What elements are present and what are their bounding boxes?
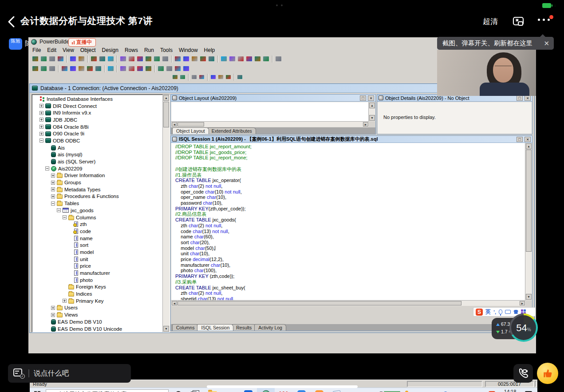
toolbar-icon-1[interactable] (32, 65, 39, 72)
taskbar-app-powerbuilder[interactable] (257, 388, 275, 392)
pip-icon[interactable] (512, 15, 525, 28)
ime-punctuation-icon[interactable]: ’, (493, 309, 496, 315)
toolbar-icon-14[interactable] (153, 55, 161, 62)
toolbar-icon-15[interactable] (162, 55, 169, 62)
tree-item-o90-oracle-9i[interactable]: O90 Oracle 9i (32, 130, 162, 137)
expand-icon[interactable] (39, 125, 43, 129)
collapse-icon[interactable] (57, 208, 61, 212)
taskbar-app-tencent-app[interactable] (292, 388, 310, 392)
toolbar-icon-13[interactable] (145, 55, 152, 62)
menu-run[interactable]: Run (141, 47, 157, 53)
tree-item-foreign-keys[interactable]: Foreign Keys (32, 284, 162, 291)
toolbar-icon-2[interactable] (40, 55, 47, 62)
tree-item-in9-informix-v9-x[interactable]: IN9 Informix v9.x (32, 109, 162, 116)
menu-object[interactable]: Object (77, 47, 99, 53)
ime-skin-icon[interactable] (513, 310, 518, 314)
collapse-icon[interactable] (51, 202, 55, 206)
toolbar-icon-4[interactable] (57, 55, 64, 62)
toolbar-icon-25[interactable] (254, 55, 261, 62)
tree-item-price[interactable]: price (32, 263, 162, 270)
close-icon[interactable] (525, 137, 531, 142)
menu-help[interactable]: Help (201, 47, 218, 53)
collapse-icon[interactable] (63, 215, 67, 219)
expand-icon[interactable] (39, 104, 43, 108)
toolbar-icon-26[interactable] (262, 55, 270, 62)
tab-extended-attributes[interactable]: Extended Attributes (208, 127, 256, 134)
isql-vscroll[interactable]: ▲ ▼ (525, 143, 532, 300)
menu-design[interactable]: Design (99, 47, 122, 53)
toolbar-icon-1[interactable] (172, 74, 178, 80)
expand-icon[interactable] (63, 299, 67, 303)
tree-item-driver-information[interactable]: Driver Information (32, 172, 162, 179)
sql-editor[interactable]: //DROP TABLE jxc_report_amount;//DROP TA… (171, 143, 525, 300)
expand-icon[interactable] (51, 306, 55, 310)
menu-window[interactable]: Window (176, 47, 201, 53)
tab-results[interactable]: Results (232, 324, 256, 331)
toolbar-icon-15[interactable] (166, 65, 173, 72)
tab-object-layout[interactable]: Object Layout (172, 127, 209, 134)
toolbar-icon-13[interactable] (145, 65, 152, 72)
tree-item-jxc-goods[interactable]: jxc_goods (32, 207, 162, 214)
toolbar-icon-3[interactable] (48, 55, 56, 62)
tree-item-installed-database-interfaces[interactable]: Installed Database Interfaces (32, 95, 162, 103)
maximize-icon[interactable] (517, 95, 523, 101)
tab-columns[interactable]: Columns (172, 324, 198, 331)
toolbar-icon-12[interactable] (136, 65, 144, 72)
toolbar-icon-5[interactable] (69, 55, 77, 62)
tree-item-odb-odbc[interactable]: ODB ODBC (32, 137, 162, 144)
toolbar-icon-4[interactable] (61, 65, 68, 72)
toolbar-icon-21[interactable] (220, 55, 228, 62)
more-menu-button[interactable] (538, 19, 550, 21)
like-button[interactable] (537, 363, 558, 384)
scroll-up-icon[interactable]: ▲ (163, 95, 169, 101)
tooltip-close-icon[interactable]: ✕ (544, 40, 549, 47)
toolbar-icon-27[interactable] (275, 55, 282, 62)
tree-item-jdb-jdbc[interactable]: JDB JDBC (32, 116, 162, 123)
toolbar-icon-8[interactable] (237, 74, 243, 80)
tree-item-code[interactable]: code (32, 228, 162, 235)
tree-item-ais-mysql[interactable]: ais (mysql) (32, 151, 162, 158)
toolbar-icon-17[interactable] (182, 65, 190, 72)
ime-keyboard-icon[interactable] (505, 310, 511, 314)
expand-icon[interactable] (51, 181, 55, 185)
tree-item-tables[interactable]: Tables (32, 200, 162, 207)
tree-item-columns[interactable]: Columns (32, 214, 162, 221)
scroll-down-icon[interactable]: ▼ (163, 326, 169, 332)
expand-icon[interactable] (51, 313, 55, 317)
expand-icon[interactable] (39, 118, 43, 122)
expand-icon[interactable] (51, 187, 55, 191)
toolbar-icon-18[interactable] (191, 55, 198, 62)
toolbar-icon-16[interactable] (174, 65, 181, 72)
toolbar-icon-16[interactable] (174, 55, 181, 62)
toolbar-icon-6[interactable] (217, 74, 224, 80)
tree-item-name[interactable]: name (32, 235, 162, 242)
tree-item-primary-key[interactable]: Primary Key (32, 297, 162, 305)
toolbar-icon-11[interactable] (128, 55, 135, 62)
ime-language-toggle[interactable]: 英 (485, 308, 491, 316)
tree-item-ais[interactable]: Ais (32, 144, 162, 151)
toolbar-icon-9[interactable] (107, 55, 114, 62)
comment-input[interactable]: ✓ 说点什么吧 (8, 364, 131, 383)
toolbar-icon-22[interactable] (229, 55, 236, 62)
toolbar-icon-24[interactable] (245, 55, 253, 62)
toolbar-icon-11[interactable] (128, 65, 135, 72)
menu-view[interactable]: View (59, 47, 77, 53)
collapse-icon[interactable] (45, 166, 49, 170)
tree-item-procedures-functions[interactable]: Procedures & Functions (32, 193, 162, 200)
taskbar-app-screen-recorder[interactable] (310, 388, 328, 392)
toolbar-icon-23[interactable] (237, 55, 245, 62)
ime-mic-icon[interactable] (499, 309, 502, 314)
tree-item-unit[interactable]: unit (32, 256, 162, 263)
expand-icon[interactable] (51, 194, 55, 198)
tree-item-views[interactable]: Views (32, 311, 162, 318)
tree-item-groups[interactable]: Groups (32, 179, 162, 186)
collapse-icon[interactable] (39, 139, 43, 143)
toolbar-icon-20[interactable] (208, 55, 215, 62)
toolbar-icon-2[interactable] (40, 65, 47, 72)
back-button[interactable] (6, 15, 18, 28)
tab-activity-log[interactable]: Activity Log (254, 324, 286, 331)
taskbar-app-internet-explorer[interactable]: e (221, 388, 239, 392)
toolbar-icon-4[interactable] (198, 74, 205, 80)
menu-rows[interactable]: Rows (122, 47, 141, 53)
toolbar-icon-6[interactable] (78, 65, 85, 72)
